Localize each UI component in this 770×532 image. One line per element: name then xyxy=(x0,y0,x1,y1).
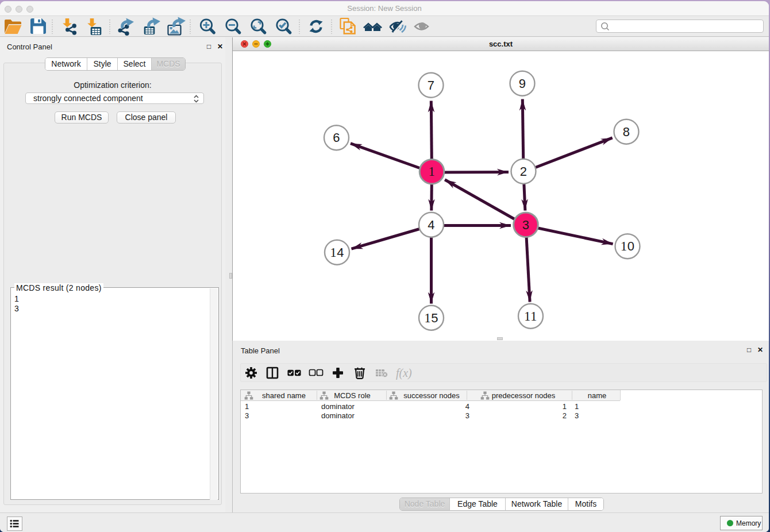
svg-text:2: 2 xyxy=(520,164,528,179)
svg-text:predecessor nodes: predecessor nodes xyxy=(492,391,556,400)
svg-text:3: 3 xyxy=(522,218,530,232)
svg-text:15: 15 xyxy=(424,311,438,325)
svg-text:4: 4 xyxy=(465,402,469,411)
svg-text:dominator: dominator xyxy=(321,402,355,411)
svg-text:dominator: dominator xyxy=(321,411,355,420)
svg-text:shared name: shared name xyxy=(262,391,306,400)
svg-text:4: 4 xyxy=(428,218,435,232)
svg-text:9: 9 xyxy=(519,76,526,91)
svg-text:2: 2 xyxy=(563,411,567,420)
svg-text:6: 6 xyxy=(333,130,340,145)
svg-text:7: 7 xyxy=(428,78,435,92)
svg-text:3: 3 xyxy=(245,411,249,420)
svg-text:successor nodes: successor nodes xyxy=(403,391,460,400)
svg-text:1: 1 xyxy=(563,402,567,411)
svg-text:name: name xyxy=(588,391,607,400)
svg-text:3: 3 xyxy=(465,411,469,420)
svg-text:3: 3 xyxy=(575,411,579,420)
svg-text:f(x): f(x) xyxy=(396,367,412,380)
svg-text:8: 8 xyxy=(623,125,630,139)
svg-text:11: 11 xyxy=(524,309,537,323)
svg-text:1: 1 xyxy=(245,402,249,411)
svg-text:14: 14 xyxy=(330,245,344,260)
svg-text:10: 10 xyxy=(621,239,635,253)
svg-text:1: 1 xyxy=(429,164,436,179)
svg-text:1: 1 xyxy=(575,402,579,411)
svg-text:MCDS role: MCDS role xyxy=(334,391,371,400)
